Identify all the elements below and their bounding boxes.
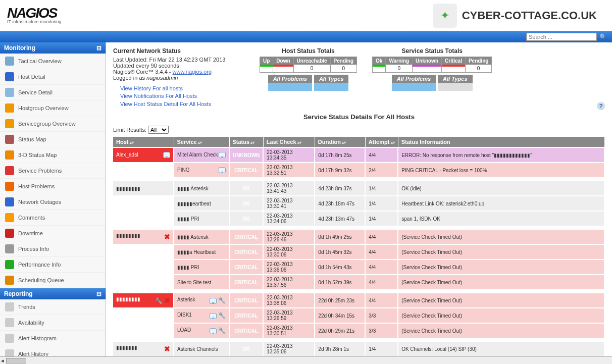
cell-service[interactable]: PING <box>174 163 229 177</box>
cell-service[interactable]: Asterisk Channels <box>174 341 229 356</box>
wrench-icon[interactable]: 🔧 <box>218 297 226 304</box>
comment-icon[interactable] <box>210 298 217 304</box>
svc-critical[interactable] <box>442 65 465 67</box>
collapse-icon[interactable]: ⊟ <box>96 44 101 51</box>
svc-warning[interactable]: 0 <box>386 65 412 72</box>
cell-duration: 0d 1h 52m 39s <box>315 275 365 289</box>
sidebar-item[interactable]: 3-D Status Map <box>0 147 106 163</box>
nagios-link[interactable]: www.nagios.org <box>173 69 212 75</box>
sidebar-item[interactable]: Servicegroup Overview <box>0 116 106 132</box>
host-all-problems[interactable] <box>268 83 312 91</box>
sidebar-item[interactable]: Service Problems <box>0 163 106 179</box>
comment-icon[interactable] <box>219 167 226 173</box>
wrench-icon[interactable]: 🔧 <box>218 312 226 319</box>
sidebar-monitoring-hdr[interactable]: Monitoring⊟ <box>0 42 106 54</box>
svc-ok[interactable] <box>373 65 385 67</box>
x-icon[interactable]: ✖ <box>164 233 170 241</box>
col-last[interactable]: Last Check <box>263 137 315 147</box>
cell-service[interactable]: LOAD 🔧 <box>174 323 229 338</box>
x-icon[interactable]: ✖ <box>164 345 170 353</box>
sidebar-item[interactable]: Service Detail <box>0 85 106 100</box>
cell-host[interactable]: ▮▮▮▮▮▮▮▮ <box>113 181 174 196</box>
sidebar-item[interactable]: Status Map <box>0 132 106 147</box>
sidebar-label: Availability <box>18 320 44 326</box>
comment-icon[interactable] <box>210 328 217 334</box>
cell-service[interactable]: ▮▮▮▮ PRI <box>174 259 229 275</box>
svc-pending[interactable]: 0 <box>466 65 491 72</box>
sidebar-item[interactable]: Scheduling Queue <box>0 273 106 288</box>
link-history[interactable]: View History For all hosts <box>120 85 244 92</box>
cell-service[interactable]: Site to Site test <box>174 275 229 289</box>
comment-icon[interactable] <box>210 313 217 319</box>
col-host[interactable]: Host <box>113 137 174 147</box>
cell-service[interactable]: Mitel Alarm Check <box>174 147 229 163</box>
col-duration[interactable]: Duration <box>315 137 365 147</box>
cell-last: 22-03-2013 13:30:51 <box>263 323 315 338</box>
host-up[interactable] <box>260 65 273 67</box>
sidebar-item[interactable]: Host Detail <box>0 69 106 85</box>
host-all-types[interactable] <box>314 83 349 91</box>
table-row: ▮▮▮▮▮▮▮▮▮▮▮▮ AsteriskOK22-03-2013 13:41:… <box>113 181 604 196</box>
collapse-icon[interactable]: ⊟ <box>96 290 101 297</box>
sidebar-item[interactable]: Performance Info <box>0 257 106 273</box>
host-pending[interactable]: 0 <box>331 65 356 72</box>
cell-service[interactable]: ▮▮▮▮ Asterisk <box>174 181 229 196</box>
sidebar-item[interactable]: Host Problems <box>0 179 106 194</box>
cell-last: 22-03-2013 13:35:06 <box>263 341 315 356</box>
help-icon[interactable]: ? <box>597 102 605 110</box>
link-notifications[interactable]: View Notifications For All Hosts <box>120 92 244 100</box>
sidebar-icon <box>5 119 14 128</box>
cell-attempt: 4/4 <box>365 275 398 289</box>
cell-duration: 0d 17h 9m 32s <box>315 163 365 177</box>
svc-all-types[interactable] <box>438 83 473 91</box>
search-input[interactable] <box>526 33 597 41</box>
sidebar-item[interactable]: Tactical Overview <box>0 54 106 69</box>
link-host-status[interactable]: View Host Status Detail For All Hosts <box>120 100 244 108</box>
comment-icon[interactable] <box>219 152 226 158</box>
comment-icon[interactable] <box>163 152 170 158</box>
cell-service[interactable]: ▮▮▮▮ PRI <box>174 211 229 226</box>
cell-host[interactable]: ▮▮▮▮▮▮▮▮ 🔧 ✖ <box>113 293 174 308</box>
sidebar: Monitoring⊟ Tactical OverviewHost Detail… <box>0 42 106 364</box>
sidebar-item[interactable]: Process Info <box>0 241 106 257</box>
cell-service[interactable]: Asterisk 🔧 <box>174 293 229 308</box>
svc-unknown[interactable] <box>413 65 441 67</box>
sidebar-item[interactable]: Hostgroup Overview <box>0 100 106 116</box>
sidebar-item[interactable]: Availability <box>0 315 106 331</box>
sidebar-icon <box>5 213 14 222</box>
cell-service[interactable]: DISK1 🔧 <box>174 308 229 323</box>
limit-select[interactable]: All50100250 <box>148 126 169 134</box>
cell-service[interactable]: ▮▮▮▮a Heartbeat <box>174 244 229 259</box>
col-attempt[interactable]: Attempt <box>365 137 398 147</box>
wrench-icon[interactable]: 🔧 <box>155 297 163 304</box>
search-icon[interactable]: 🔍 <box>599 33 607 41</box>
cell-host[interactable]: ▮▮▮▮▮▮▮▮ ✖ <box>113 229 174 244</box>
cell-last: 22-03-2013 13:30:06 <box>263 244 315 259</box>
col-status[interactable]: Status <box>229 137 263 147</box>
sidebar-item[interactable]: Downtime <box>0 226 106 241</box>
h-scrollbar[interactable]: ◂ <box>0 356 612 364</box>
cell-host[interactable]: ▮▮▮▮▮▮▮ ✖ <box>113 341 174 356</box>
cell-status: CRITICAL <box>229 259 263 275</box>
sidebar-item[interactable]: Alert Histogram <box>0 331 106 346</box>
host-down[interactable] <box>273 65 293 67</box>
sidebar-reporting-hdr[interactable]: Reporting⊟ <box>0 288 106 299</box>
col-info[interactable]: Status Information <box>398 137 604 147</box>
svc-all-problems[interactable] <box>392 83 436 91</box>
wrench-icon[interactable]: 🔧 <box>218 327 226 334</box>
cell-info: ERROR: No response from remote host "▮▮▮… <box>398 147 604 163</box>
cell-host[interactable]: Alex_adsl <box>113 147 174 163</box>
sidebar-item[interactable]: Trends <box>0 299 106 315</box>
cell-service[interactable]: ▮▮▮▮▮eartbeat <box>174 196 229 211</box>
host-unreachable[interactable]: 0 <box>294 65 330 72</box>
sidebar-icon <box>5 229 14 238</box>
cell-service[interactable]: ▮▮▮▮ Asterisk <box>174 229 229 244</box>
host-totals: Host Status Totals Up Down Unreachable0 … <box>260 47 357 91</box>
cell-status: CRITICAL <box>229 308 263 323</box>
cell-attempt: 1/4 <box>365 341 398 356</box>
cell-info: (Service Check Timed Out) <box>398 323 604 338</box>
sidebar-item[interactable]: Comments <box>0 210 106 226</box>
x-icon[interactable]: ✖ <box>164 296 170 304</box>
sidebar-item[interactable]: Network Outages <box>0 194 106 210</box>
col-service[interactable]: Service <box>174 137 229 147</box>
